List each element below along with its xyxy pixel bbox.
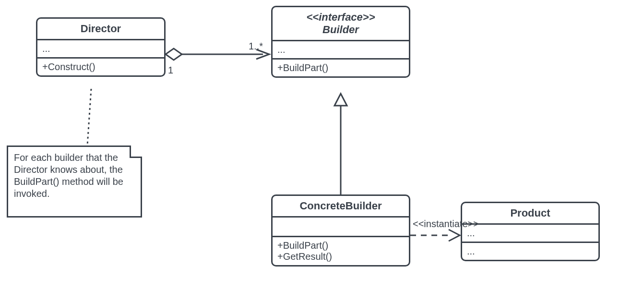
note-fold-icon <box>130 146 142 158</box>
instantiate-label: <<instantiate>> <box>413 218 479 230</box>
concrete-op1: +BuildPart() <box>277 240 404 251</box>
class-director: Director ... +Construct() <box>36 17 166 77</box>
multiplicity-one: 1 <box>168 65 173 76</box>
class-product-ops: ... <box>462 243 598 260</box>
note-anchor-line <box>87 89 91 146</box>
svg-marker-0 <box>166 48 182 60</box>
class-builder-attrs: ... <box>273 41 409 60</box>
class-concrete-ops: +BuildPart() +GetResult() <box>273 237 409 265</box>
note-text: For each builder that the Director knows… <box>14 152 123 199</box>
note: For each builder that the Director knows… <box>7 146 142 218</box>
builder-stereotype: <<interface>> <box>275 11 406 24</box>
aggregation-diamond-icon <box>166 48 182 60</box>
class-product: Product ... ... <box>461 202 600 261</box>
class-builder-ops: +BuildPart() <box>273 60 409 76</box>
class-director-name: Director <box>40 23 161 35</box>
class-concrete-attrs <box>273 218 409 237</box>
class-director-attrs: ... <box>37 40 164 59</box>
dependency-arrow-icon <box>449 230 460 241</box>
concrete-op2: +GetResult() <box>277 251 404 262</box>
class-builder-name: Builder <box>275 24 406 36</box>
class-builder-title: <<interface>> Builder <box>273 7 409 41</box>
multiplicity-one-many: 1..* <box>249 41 263 52</box>
class-product-name: Product <box>465 207 596 219</box>
realization-arrow-icon <box>334 94 347 106</box>
class-director-ops: +Construct() <box>37 59 164 75</box>
class-product-attrs: ... <box>462 225 598 243</box>
class-product-title: Product <box>462 203 598 225</box>
uml-diagram: Director ... +Construct() <<interface>> … <box>0 0 644 291</box>
class-concrete-title: ConcreteBuilder <box>273 196 409 218</box>
class-concrete-name: ConcreteBuilder <box>275 200 406 212</box>
class-builder: <<interface>> Builder ... +BuildPart() <box>271 6 410 78</box>
class-director-title: Director <box>37 19 164 40</box>
class-concrete-builder: ConcreteBuilder +BuildPart() +GetResult(… <box>271 194 410 267</box>
